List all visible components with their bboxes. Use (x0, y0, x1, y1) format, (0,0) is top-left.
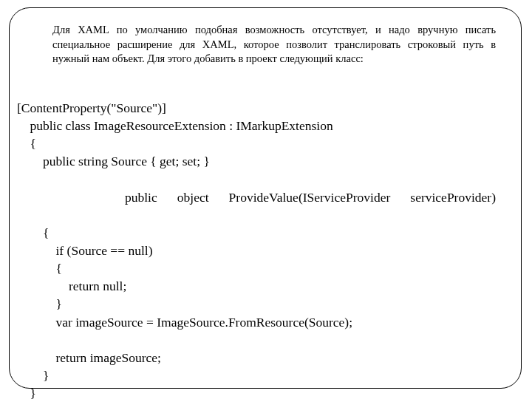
code-line: return imageSource; (17, 350, 161, 365)
code-line: public object ProvideValue(IServiceProvi… (17, 188, 496, 206)
document-frame: Для XAML по умолчанию подобная возможнос… (9, 7, 522, 389)
code-block: [ContentProperty("Source")] public class… (17, 81, 496, 399)
code-line: var imageSource = ImageSource.FromResour… (17, 315, 352, 330)
code-line: public string Source { get; set; } (17, 154, 210, 168)
code-line: } (17, 386, 36, 399)
code-line: { (17, 136, 36, 151)
code-line: } (17, 368, 49, 383)
code-line: } (17, 296, 62, 311)
code-line: { (17, 225, 49, 240)
code-line: public class ImageResourceExtension : IM… (17, 118, 333, 133)
code-line: if (Source == null) (17, 243, 153, 258)
code-line: return null; (17, 279, 126, 293)
intro-paragraph: Для XAML по умолчанию подобная возможнос… (52, 23, 496, 66)
code-line: { (17, 261, 62, 276)
code-line: [ContentProperty("Source")] (17, 100, 166, 115)
